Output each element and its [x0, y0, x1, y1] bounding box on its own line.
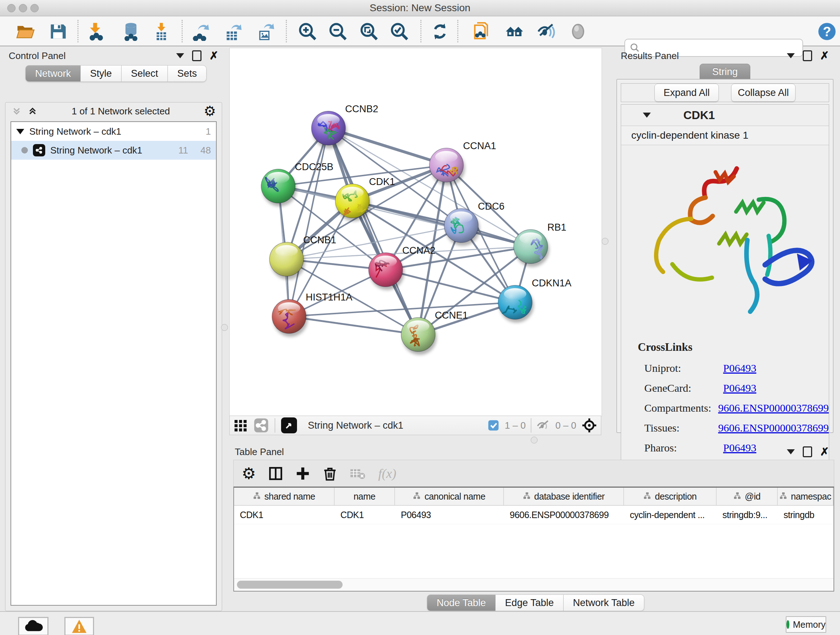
hidden-eye-icon[interactable] [537, 418, 550, 432]
table-horizontal-scrollbar[interactable] [234, 578, 834, 591]
tab-string[interactable]: String [699, 64, 751, 80]
table-panel-close-icon[interactable]: ✗ [820, 447, 829, 457]
string-import-icon[interactable] [472, 21, 492, 42]
table-panel-menu-icon[interactable] [787, 449, 795, 454]
tab-network[interactable]: Network [25, 65, 81, 82]
edge-CCNB2-HIST1H1A[interactable] [289, 128, 328, 317]
save-session-icon[interactable] [48, 21, 68, 42]
node-CDC25B[interactable] [261, 169, 297, 206]
open-session-icon[interactable] [15, 21, 35, 42]
export-table-icon[interactable] [223, 21, 243, 42]
tab-style[interactable]: Style [81, 65, 122, 82]
node-CDK1[interactable] [335, 184, 371, 221]
network-view-canvas[interactable]: CCNB2CCNA1CDC25BCDK1CDC6RB1CCNB1CCNA2CDK… [229, 48, 602, 416]
column-header-description[interactable]: description [624, 488, 717, 505]
crosslink-link[interactable]: 9606.ENSP00000378699 [718, 402, 829, 414]
crosslink-label: Tissues: [638, 422, 718, 434]
collapse-all-icon[interactable] [11, 106, 22, 117]
select-columns-icon[interactable] [268, 466, 283, 481]
table-panel-title: Table Panel [235, 447, 284, 458]
control-panel-close-icon[interactable]: ✗ [210, 50, 218, 61]
column-header-canonical-name[interactable]: canonical name [395, 488, 504, 505]
zoom-fit-icon[interactable] [359, 21, 379, 42]
collection-expand-icon[interactable] [16, 129, 24, 134]
zoom-out-icon[interactable] [328, 21, 348, 42]
delete-column-icon[interactable] [322, 466, 338, 481]
crosslink-link[interactable]: 9606.ENSP00000378699 [718, 422, 829, 434]
edge-HIST1H1A-CCNE1[interactable] [289, 317, 418, 334]
tab-edge-table[interactable]: Edge Table [496, 594, 564, 611]
table-row[interactable]: CDK1CDK1P064939606.ENSP00000378699cyclin… [234, 506, 834, 524]
tab-network-table[interactable]: Network Table [564, 594, 645, 611]
column-tree-icon [253, 491, 261, 502]
left-divider-handle[interactable] [221, 324, 228, 331]
navigator-icon[interactable] [281, 417, 297, 433]
expand-all-button[interactable]: Expand All [654, 84, 719, 102]
network-list: String Network – cdk1 1 String Network –… [11, 121, 217, 606]
node-label-CCNE1: CCNE1 [435, 310, 468, 321]
crosslink-label: Compartments: [638, 402, 718, 414]
control-panel-float-icon[interactable] [192, 50, 202, 61]
results-panel-float-icon[interactable] [803, 50, 812, 61]
gear-icon[interactable]: ⚙ [204, 104, 216, 118]
column-header-database-identifier[interactable]: database identifier [504, 488, 624, 505]
table-panel-float-icon[interactable] [803, 447, 812, 457]
import-network-database-icon[interactable] [121, 21, 141, 42]
cloud-button[interactable] [18, 617, 49, 635]
column-header-namespac[interactable]: namespac [778, 488, 834, 505]
grid-view-icon[interactable] [233, 418, 248, 432]
zoom-in-icon[interactable] [297, 21, 317, 42]
column-header-@id[interactable]: @id [717, 488, 778, 505]
string-home-icon[interactable] [504, 21, 524, 42]
crosslink-link[interactable]: P06493 [723, 382, 756, 394]
view-dot-icon [21, 147, 28, 154]
tab-select[interactable]: Select [122, 65, 168, 82]
table-cell: cyclin-dependent ... [624, 506, 717, 524]
right-divider-handle[interactable] [602, 238, 608, 245]
node-HIST1H1A[interactable] [272, 299, 308, 337]
export-network-icon[interactable] [191, 21, 211, 42]
node-RB1[interactable] [514, 230, 549, 267]
selected-checkbox-icon[interactable] [487, 419, 500, 432]
window-title: Session: New Session [0, 2, 840, 14]
collection-label: String Network – cdk1 [29, 126, 121, 137]
node-CCNA2[interactable] [369, 253, 404, 290]
toggle-enhanced-labels-icon[interactable] [568, 21, 588, 42]
crosslink-link[interactable]: P06493 [723, 362, 756, 374]
export-image-icon[interactable] [256, 21, 276, 42]
results-panel-menu-icon[interactable] [787, 53, 795, 58]
gene-section-expand-icon[interactable] [643, 112, 651, 118]
zoom-selected-icon[interactable] [389, 21, 409, 42]
help-icon[interactable]: ? [817, 21, 837, 42]
warning-button[interactable] [65, 617, 94, 635]
add-column-icon[interactable] [295, 466, 310, 481]
import-network-file-icon[interactable] [85, 21, 106, 42]
toggle-glass-effect-icon[interactable] [536, 21, 556, 42]
edge-CCNB2-CCNE1[interactable] [328, 128, 418, 334]
table-tabs: Node TableEdge TableNetwork Table [427, 594, 644, 611]
column-tree-icon [413, 491, 421, 502]
share-view-icon[interactable] [254, 418, 269, 433]
network-collection-row[interactable]: String Network – cdk1 1 [11, 122, 216, 141]
node-CCNA1[interactable] [429, 148, 465, 185]
title-bar: Session: New Session [0, 0, 840, 16]
column-header-shared-name[interactable]: shared name [234, 488, 335, 505]
node-CCNE1[interactable] [401, 318, 437, 355]
refresh-icon[interactable] [430, 21, 450, 42]
tab-node-table[interactable]: Node Table [427, 594, 496, 611]
node-CDKN1A[interactable] [498, 285, 534, 323]
column-header-name[interactable]: name [335, 488, 395, 505]
import-table-icon[interactable] [151, 21, 172, 42]
network-row[interactable]: String Network – cdk1 11 48 [11, 141, 216, 160]
collapse-all-button[interactable]: Collapse All [731, 84, 796, 102]
results-panel-close-icon[interactable]: ✗ [820, 50, 829, 61]
expand-all-icon[interactable] [27, 106, 38, 117]
table-scrollbar-thumb[interactable] [237, 581, 343, 589]
crosshair-icon[interactable] [581, 417, 597, 433]
crosslink-label: Uniprot: [638, 362, 723, 374]
table-gear-icon[interactable]: ⚙ [242, 466, 256, 481]
tab-sets[interactable]: Sets [168, 65, 207, 82]
control-panel-menu-icon[interactable] [176, 53, 184, 58]
bottom-divider-handle[interactable] [531, 437, 538, 443]
memory-button[interactable]: Memory [786, 616, 826, 633]
